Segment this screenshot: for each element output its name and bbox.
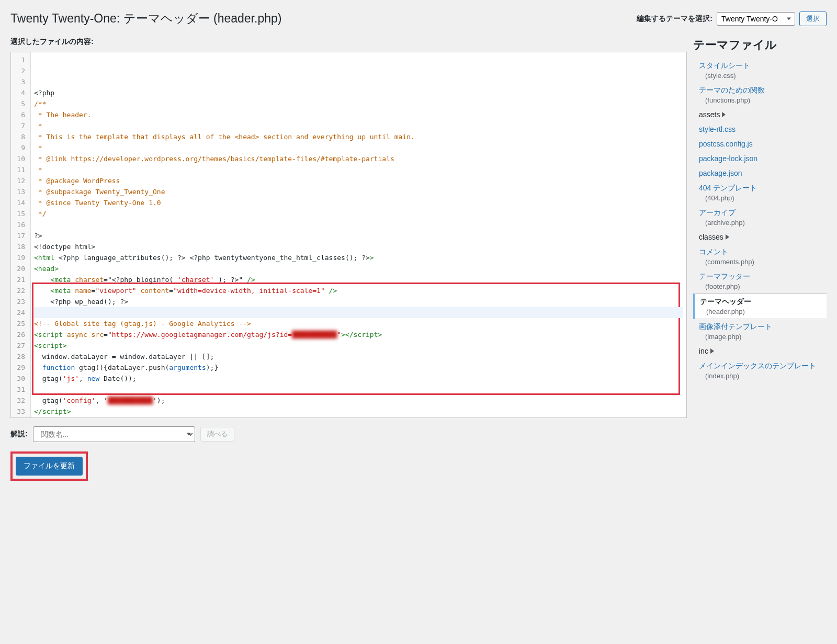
code-line[interactable]: ?> xyxy=(34,230,683,241)
code-line[interactable]: * @since Twenty Twenty-One 1.0 xyxy=(34,197,683,208)
docs-label: 解説: xyxy=(10,430,28,439)
code-line[interactable]: * xyxy=(34,120,683,131)
code-line[interactable]: * xyxy=(34,164,683,175)
code-line[interactable]: <meta name="viewport" content="width=dev… xyxy=(34,285,683,296)
file-item[interactable]: メインインデックスのテンプレート(index.php) xyxy=(694,358,827,383)
code-line[interactable]: <script> xyxy=(34,340,683,351)
chevron-right-icon xyxy=(710,348,714,354)
file-item[interactable]: 画像添付テンプレート(image.php) xyxy=(694,319,827,344)
function-select[interactable]: 関数名... xyxy=(33,426,195,442)
code-line[interactable]: gtag('js', new Date()); xyxy=(34,373,683,384)
folder-item[interactable]: inc xyxy=(694,344,827,358)
code-line[interactable]: * xyxy=(34,142,683,153)
code-editor[interactable]: 1234567891011121314151617181920212223242… xyxy=(10,52,687,418)
chevron-right-icon xyxy=(722,112,726,117)
code-line[interactable] xyxy=(34,384,683,395)
code-line[interactable]: <script async src="https://www.googletag… xyxy=(34,329,683,340)
code-line[interactable]: <!doctype html> xyxy=(34,241,683,252)
code-line[interactable]: * The header. xyxy=(34,109,683,120)
code-line[interactable]: /** xyxy=(34,98,683,109)
code-line[interactable]: <?php wp_head(); ?> xyxy=(34,296,683,307)
file-item[interactable]: package.json xyxy=(694,166,827,180)
code-line[interactable]: gtag('config', '███████████'); xyxy=(34,395,683,406)
file-item[interactable]: スタイルシート(style.css) xyxy=(694,58,827,83)
code-line[interactable]: </script> xyxy=(34,406,683,417)
theme-selector-label: 編集するテーマを選択: xyxy=(637,14,712,24)
code-line[interactable]: * @subpackage Twenty_Twenty_One xyxy=(34,186,683,197)
code-line[interactable] xyxy=(34,219,683,230)
file-item[interactable]: package-lock.json xyxy=(694,151,827,166)
update-file-button[interactable]: ファイルを更新 xyxy=(16,457,83,476)
code-line[interactable]: * @link https://developer.wordpress.org/… xyxy=(34,153,683,164)
code-line[interactable]: * This is the template that displays all… xyxy=(34,131,683,142)
code-line[interactable]: <?php xyxy=(34,87,683,98)
chevron-right-icon xyxy=(726,234,729,240)
file-content-label: 選択したファイルの内容: xyxy=(10,37,687,47)
file-item[interactable]: postcss.config.js xyxy=(694,137,827,151)
code-line[interactable] xyxy=(34,307,683,318)
page-title: Twenty Twenty-One: テーマヘッダー (header.php) xyxy=(10,10,281,27)
file-item[interactable]: style-rtl.css xyxy=(694,122,827,137)
file-item[interactable]: テーマヘッダー(header.php) xyxy=(693,293,827,319)
lookup-button[interactable]: 調べる xyxy=(200,427,234,442)
file-item[interactable]: 404 テンプレート(404.php) xyxy=(694,180,827,205)
file-item[interactable]: テーマのための関数(functions.php) xyxy=(694,83,827,107)
theme-select[interactable]: Twenty Twenty-O xyxy=(717,12,795,26)
file-item[interactable]: アーカイブ(archive.php) xyxy=(694,205,827,230)
folder-item[interactable]: classes xyxy=(694,230,827,244)
theme-selector: 編集するテーマを選択: Twenty Twenty-O 選択 xyxy=(637,12,827,26)
file-item[interactable]: コメント(comments.php) xyxy=(694,244,827,269)
code-line[interactable]: <head> xyxy=(34,263,683,274)
code-line[interactable]: <meta charset="<?php bloginfo( 'charset'… xyxy=(34,274,683,285)
code-line[interactable]: <html <?php language_attributes(); ?> <?… xyxy=(34,252,683,263)
code-line[interactable]: window.dataLayer = window.dataLayer || [… xyxy=(34,351,683,362)
folder-item[interactable]: assets xyxy=(694,107,827,122)
code-line[interactable]: */ xyxy=(34,208,683,219)
code-line[interactable] xyxy=(34,417,683,417)
select-theme-button[interactable]: 選択 xyxy=(799,12,827,26)
code-line[interactable]: <!-- Global site tag (gtag.js) - Google … xyxy=(34,318,683,329)
file-list: スタイルシート(style.css)テーマのための関数(functions.ph… xyxy=(693,58,827,383)
file-item[interactable]: テーマフッター(footer.php) xyxy=(694,269,827,293)
code-line[interactable]: * @package WordPress xyxy=(34,175,683,186)
update-highlight: ファイルを更新 xyxy=(10,451,88,481)
sidebar-title: テーマファイル xyxy=(693,37,827,53)
code-line[interactable]: function gtag(){dataLayer.push(arguments… xyxy=(34,362,683,373)
